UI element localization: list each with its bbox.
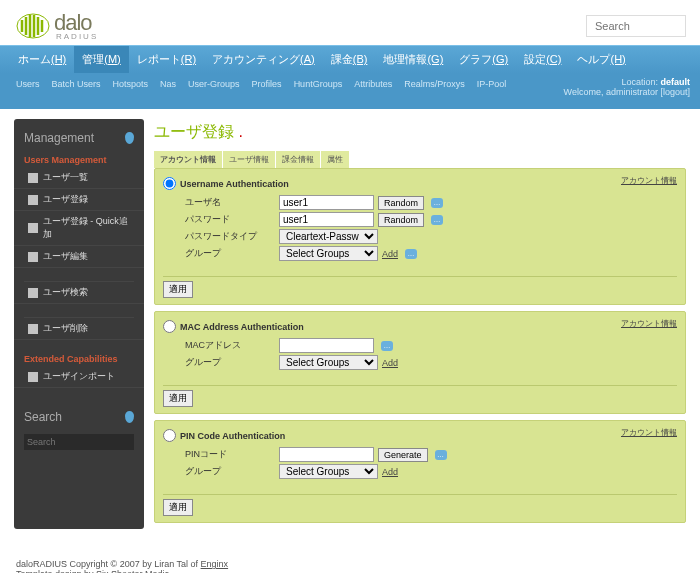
drop-icon [125, 411, 134, 423]
subnav-item-realms/proxys[interactable]: Realms/Proxys [398, 77, 471, 97]
account-info-link[interactable]: アカウント情報 [621, 318, 677, 329]
generate-pin-button[interactable]: Generate [378, 448, 428, 462]
logout-link[interactable]: [logout] [660, 87, 690, 97]
nav-item-管理[interactable]: 管理(M) [74, 46, 129, 73]
panel-title-username: Username Authentication [180, 179, 289, 189]
sidebar-item[interactable]: ユーザ登録 - Quick追加 [14, 211, 144, 246]
add-group-link[interactable]: Add [382, 358, 398, 368]
sidebar-item-label: ユーザ一覧 [43, 171, 88, 184]
main-area: ユーザ登録 . アカウント情報ユーザ情報課金情報属性 アカウント情報 Usern… [154, 119, 686, 529]
panel-title-mac: MAC Address Authentication [180, 322, 304, 332]
apply-button[interactable]: 適用 [163, 390, 193, 407]
sidebar-cat-users: Users Management [14, 149, 144, 167]
nav-item-レポート[interactable]: レポート(R) [129, 46, 204, 73]
password-label: パスワード [185, 213, 275, 226]
help-icon[interactable]: … [431, 198, 443, 208]
main-nav: ホーム(H)管理(M)レポート(R)アカウンティング(A)課金(B)地理情報(G… [0, 45, 700, 73]
nav-item-ホーム[interactable]: ホーム(H) [10, 46, 74, 73]
random-password-button[interactable]: Random [378, 213, 424, 227]
subnav-item-user-groups[interactable]: User-Groups [182, 77, 246, 97]
pin-input[interactable] [279, 447, 374, 462]
panel-title-pin: PIN Code Authentication [180, 431, 285, 441]
apply-button[interactable]: 適用 [163, 499, 193, 516]
random-username-button[interactable]: Random [378, 196, 424, 210]
panel-username-auth: アカウント情報 Username Authentication ユーザ名 Ran… [154, 168, 686, 305]
help-icon[interactable]: … [435, 450, 447, 460]
sub-nav: UsersBatch UsersHotspotsNasUser-GroupsPr… [0, 73, 700, 109]
mac-input[interactable] [279, 338, 374, 353]
pin-label: PINコード [185, 448, 275, 461]
subnav-item-profiles[interactable]: Profiles [246, 77, 288, 97]
subnav-item-batch users[interactable]: Batch Users [46, 77, 107, 97]
apply-button[interactable]: 適用 [163, 281, 193, 298]
panel-pin-auth: アカウント情報 PIN Code Authentication PINコード G… [154, 420, 686, 523]
page-icon [28, 195, 38, 205]
sidebar-search-input[interactable] [24, 434, 134, 450]
mac-label: MACアドレス [185, 339, 275, 352]
location-block: Location: default Welcome, administrator… [564, 77, 690, 97]
radio-pin-auth[interactable] [163, 429, 176, 442]
group-select[interactable]: Select Groups [279, 246, 378, 261]
location-value: default [660, 77, 690, 87]
sidebar: Management Users Management ユーザ一覧ユーザ登録ユー… [14, 119, 144, 529]
panel-mac-auth: アカウント情報 MAC Address Authentication MACアド… [154, 311, 686, 414]
footer-copyright: daloRADIUS Copyright © 2007 by Liran Tal… [16, 559, 201, 569]
sidebar-title-management: Management [24, 131, 94, 145]
header: dalo RADIUS [0, 0, 700, 45]
page-icon [28, 252, 38, 262]
subnav-item-attributes[interactable]: Attributes [348, 77, 398, 97]
sidebar-item[interactable]: ユーザ検索 [14, 282, 144, 304]
sidebar-item-label: ユーザ編集 [43, 250, 88, 263]
page-icon [28, 288, 38, 298]
drop-icon [125, 132, 134, 144]
username-input[interactable] [279, 195, 374, 210]
page-icon [28, 372, 38, 382]
group-select[interactable]: Select Groups [279, 355, 378, 370]
global-search-input[interactable] [586, 15, 686, 37]
tab-3[interactable]: 属性 [321, 151, 349, 168]
sidebar-item[interactable]: ユーザインポート [14, 366, 144, 388]
tab-2[interactable]: 課金情報 [276, 151, 320, 168]
subnav-item-nas[interactable]: Nas [154, 77, 182, 97]
nav-item-課金[interactable]: 課金(B) [323, 46, 376, 73]
sidebar-item[interactable]: ユーザ編集 [14, 246, 144, 268]
help-icon[interactable]: … [431, 215, 443, 225]
footer-sixshooter-link[interactable]: Six Shooter Media [96, 569, 170, 573]
nav-item-地理情報[interactable]: 地理情報(G) [375, 46, 451, 73]
sidebar-item-label: ユーザ削除 [43, 322, 88, 335]
logo-icon [14, 12, 52, 40]
nav-item-ヘルプ[interactable]: ヘルプ(H) [569, 46, 633, 73]
nav-item-グラフ[interactable]: グラフ(G) [451, 46, 516, 73]
sidebar-cat-extended: Extended Capabilities [14, 348, 144, 366]
footer-enginx-link[interactable]: Enginx [201, 559, 229, 569]
sidebar-item-label: ユーザインポート [43, 370, 115, 383]
sidebar-item[interactable]: ユーザ削除 [14, 318, 144, 340]
sidebar-title-search: Search [24, 410, 62, 424]
nav-item-アカウンティング[interactable]: アカウンティング(A) [204, 46, 323, 73]
welcome-label: Welcome, [564, 87, 604, 97]
nav-item-設定[interactable]: 設定(C) [516, 46, 569, 73]
sidebar-item[interactable]: ユーザ一覧 [14, 167, 144, 189]
title-dot-icon: . [238, 123, 242, 140]
help-icon[interactable]: … [405, 249, 417, 259]
tab-1[interactable]: ユーザ情報 [223, 151, 275, 168]
page-icon [28, 223, 38, 233]
tab-0[interactable]: アカウント情報 [154, 151, 222, 168]
password-type-label: パスワードタイプ [185, 230, 275, 243]
add-group-link[interactable]: Add [382, 467, 398, 477]
subnav-item-users[interactable]: Users [10, 77, 46, 97]
radio-mac-auth[interactable] [163, 320, 176, 333]
subnav-item-ip-pool[interactable]: IP-Pool [471, 77, 513, 97]
radio-username-auth[interactable] [163, 177, 176, 190]
subnav-item-hotspots[interactable]: Hotspots [107, 77, 155, 97]
sidebar-item[interactable]: ユーザ登録 [14, 189, 144, 211]
subnav-item-huntgroups[interactable]: HuntGroups [288, 77, 349, 97]
password-type-select[interactable]: Cleartext-Password [279, 229, 378, 244]
account-info-link[interactable]: アカウント情報 [621, 427, 677, 438]
account-info-link[interactable]: アカウント情報 [621, 175, 677, 186]
help-icon[interactable]: … [381, 341, 393, 351]
page-title-text: ユーザ登録 [154, 123, 234, 140]
add-group-link[interactable]: Add [382, 249, 398, 259]
password-input[interactable] [279, 212, 374, 227]
group-select[interactable]: Select Groups [279, 464, 378, 479]
